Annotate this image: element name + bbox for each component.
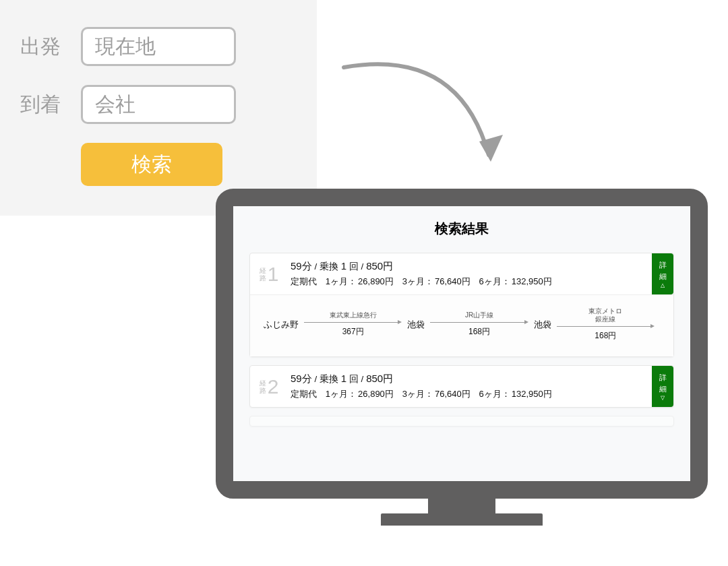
arrival-label: 到着 — [20, 91, 67, 119]
results-title: 検索結果 — [249, 220, 674, 238]
route-info: 59分 / 乗換 1 回 / 850円 定期代 1ヶ月：26,890円 3ヶ月： — [288, 253, 652, 294]
line-name: 東京メトロ 銀座線 — [588, 307, 622, 323]
duration: 59分 — [291, 260, 312, 272]
sep: / — [361, 374, 367, 384]
segment-arrow-icon — [304, 320, 402, 324]
pass-6m-label: 6ヶ月： — [479, 276, 510, 286]
triangle-down-icon: ▽ — [661, 396, 665, 401]
segment: 東武東上線急行 367円 — [304, 311, 402, 338]
detail-button-expand[interactable]: 詳 細 ▽ — [652, 366, 673, 407]
line-name: 東武東上線急行 — [330, 311, 377, 319]
pass-1m: 26,890円 — [358, 389, 394, 399]
route-summary: 59分 / 乗換 1 回 / 850円 — [291, 260, 652, 273]
route-label: 経 路 — [260, 267, 266, 282]
route-label-top: 経 — [260, 267, 266, 274]
route-number: 1 — [268, 264, 279, 284]
segment: 東京メトロ 銀座線 168円 — [557, 307, 655, 342]
results-screen: 検索結果 経 路 1 59分 / 乗換 — [233, 206, 690, 427]
transfer-label: 乗換 — [320, 374, 338, 384]
sep: / — [361, 261, 367, 272]
route-pass: 定期代 1ヶ月：26,890円 3ヶ月：76,640円 6ヶ月：132,950円 — [291, 276, 652, 288]
route-card-2: 経 路 2 59分 / 乗換 1 回 / 850 — [249, 365, 674, 408]
departure-row: 出発 現在地 — [20, 27, 297, 66]
route-header: 経 路 1 59分 / 乗換 1 回 / 850 — [250, 253, 673, 294]
transfer-count: 1 — [341, 260, 346, 272]
pass-6m: 132,950円 — [512, 276, 552, 286]
pass-3m: 76,640円 — [435, 276, 471, 286]
detail-char1: 詳 — [659, 373, 667, 383]
route-label-bottom: 路 — [260, 387, 266, 394]
route-summary: 59分 / 乗換 1 回 / 850円 — [291, 373, 652, 385]
monitor-frame: 検索結果 経 路 1 59分 / 乗換 — [216, 189, 708, 499]
transfer-unit: 回 — [349, 261, 359, 272]
monitor-stand-neck — [428, 499, 495, 513]
transfer-unit: 回 — [349, 374, 359, 384]
pass-label: 定期代 — [291, 389, 317, 399]
station: ふじみ野 — [264, 319, 299, 331]
transfer-label: 乗換 — [320, 261, 338, 272]
detail-char2: 細 — [659, 272, 667, 282]
line-name: JR山手線 — [465, 311, 493, 319]
pass-1m: 26,890円 — [358, 276, 394, 286]
fare: 850円 — [366, 260, 393, 272]
pass-1m-label: 1ヶ月： — [326, 276, 357, 286]
route-header: 経 路 2 59分 / 乗換 1 回 / 850 — [250, 366, 673, 407]
pass-1m-label: 1ヶ月： — [326, 389, 357, 399]
segment-arrow-icon — [430, 320, 528, 324]
segment-fare: 168円 — [468, 326, 490, 338]
sep: / — [314, 261, 320, 272]
station: 池袋 — [534, 319, 551, 331]
fare: 850円 — [366, 373, 393, 384]
route-number-block: 経 路 1 — [250, 253, 288, 294]
triangle-up-icon: △ — [661, 283, 665, 288]
route-label: 経 路 — [260, 379, 266, 394]
detail-button-collapse[interactable]: 詳 細 △ — [652, 253, 673, 294]
transfer-count: 1 — [341, 373, 346, 384]
route-info: 59分 / 乗換 1 回 / 850円 定期代 1ヶ月：26,890円 3ヶ月： — [288, 366, 652, 407]
route-pass: 定期代 1ヶ月：26,890円 3ヶ月：76,640円 6ヶ月：132,950円 — [291, 388, 652, 400]
pass-6m: 132,950円 — [512, 389, 552, 399]
departure-input[interactable]: 現在地 — [81, 27, 236, 66]
route-label-top: 経 — [260, 379, 266, 387]
search-button[interactable]: 検索 — [81, 143, 222, 186]
station: 池袋 — [407, 319, 425, 331]
pass-label: 定期代 — [291, 276, 317, 286]
detail-char2: 細 — [659, 384, 667, 394]
route-label-bottom: 路 — [260, 274, 266, 282]
route-card-1: 経 路 1 59分 / 乗換 1 回 / 850 — [249, 253, 674, 357]
route-card-3-truncated — [249, 416, 674, 427]
route-number-block: 経 路 2 — [250, 366, 288, 407]
route-detail-body: ふじみ野 東武東上線急行 367円 池袋 JR山手線 168円 池袋 — [250, 294, 673, 356]
arrival-row: 到着 会社 — [20, 85, 297, 124]
sep: / — [314, 374, 320, 384]
detail-char1: 詳 — [659, 260, 667, 270]
segment-fare: 168円 — [595, 330, 616, 342]
segment: JR山手線 168円 — [430, 311, 528, 338]
arrival-input[interactable]: 会社 — [81, 85, 236, 124]
departure-label: 出発 — [20, 33, 67, 61]
pass-3m-label: 3ヶ月： — [402, 389, 433, 399]
results-monitor: 検索結果 経 路 1 59分 / 乗換 — [216, 189, 708, 526]
duration: 59分 — [291, 373, 312, 384]
segment-fare: 367円 — [342, 326, 364, 338]
segment-arrow-icon — [557, 324, 655, 328]
route-number: 2 — [268, 377, 279, 397]
pass-3m-label: 3ヶ月： — [402, 276, 433, 286]
monitor-stand-base — [381, 513, 543, 526]
flow-arrow-icon — [330, 54, 519, 189]
pass-6m-label: 6ヶ月： — [479, 389, 510, 399]
pass-3m: 76,640円 — [435, 389, 471, 399]
search-panel: 出発 現在地 到着 会社 検索 — [0, 0, 317, 216]
route-segments: ふじみ野 東武東上線急行 367円 池袋 JR山手線 168円 池袋 — [264, 307, 660, 342]
